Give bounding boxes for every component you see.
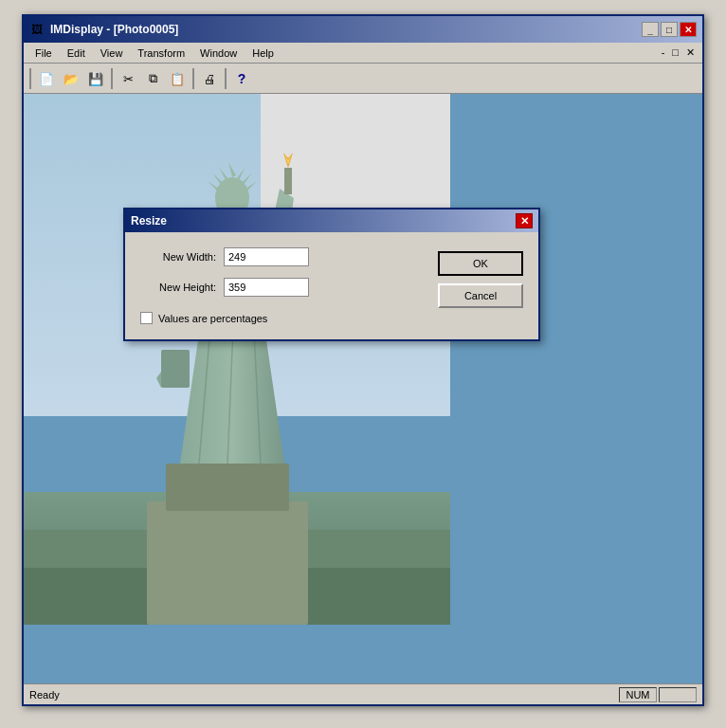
menu-restore[interactable]: □	[672, 46, 679, 59]
svg-rect-23	[284, 168, 292, 194]
window-close-button[interactable]: ✕	[680, 22, 697, 37]
height-row: New Height:	[140, 278, 423, 297]
help-button[interactable]	[230, 67, 253, 90]
resize-dialog: Resize ✕ New Width: New Height: Values	[123, 208, 540, 341]
svg-rect-6	[166, 464, 289, 511]
num-panel: NUM	[619, 687, 657, 702]
svg-rect-13	[161, 350, 190, 388]
percentages-label: Values are percentages	[158, 313, 267, 324]
print-icon	[204, 71, 216, 86]
window-title: IMDisplay - [Photo0005]	[50, 23, 178, 36]
status-bar: Ready NUM	[24, 683, 702, 704]
menu-bar: File Edit View Transform Window Help - □…	[24, 43, 702, 64]
toolbar-separator-4	[225, 68, 227, 89]
menu-edit[interactable]: Edit	[60, 46, 93, 61]
maximize-button[interactable]: □	[661, 22, 678, 37]
menu-help[interactable]: Help	[245, 46, 281, 61]
save-icon	[88, 71, 103, 86]
toolbar-separator-3	[192, 68, 194, 89]
photo-display	[24, 94, 450, 625]
width-field[interactable]	[224, 247, 309, 266]
menu-window[interactable]: Window	[192, 46, 245, 61]
help-icon	[238, 71, 246, 86]
percentages-row: Values are percentages	[140, 312, 423, 324]
cut-button[interactable]	[117, 67, 139, 90]
minimize-button[interactable]: _	[642, 22, 659, 37]
cut-icon	[123, 71, 134, 86]
extra-panel	[659, 687, 697, 702]
copy-icon	[149, 70, 157, 86]
dialog-title: Resize	[131, 214, 167, 228]
title-bar: 🖼 IMDisplay - [Photo0005] _ □ ✕	[24, 16, 702, 43]
paste-button[interactable]	[166, 67, 189, 90]
menu-minimize[interactable]: -	[662, 46, 665, 59]
status-text: Ready	[29, 689, 615, 701]
dialog-left: New Width: New Height: Values are percen…	[140, 247, 423, 324]
cancel-button[interactable]: Cancel	[438, 283, 523, 308]
paste-icon	[170, 71, 185, 86]
status-panels: NUM	[619, 687, 697, 702]
menu-file[interactable]: File	[27, 46, 60, 61]
dialog-title-bar: Resize ✕	[125, 209, 538, 232]
dialog-right: OK Cancel	[438, 247, 523, 324]
open-button[interactable]	[60, 67, 82, 90]
ok-button[interactable]: OK	[438, 251, 523, 276]
print-button[interactable]	[198, 67, 221, 90]
copy-button[interactable]	[141, 67, 164, 90]
app-icon: 🖼	[29, 22, 45, 37]
open-icon	[64, 71, 79, 86]
new-button[interactable]	[35, 67, 58, 90]
menu-view[interactable]: View	[93, 46, 131, 61]
menu-transform[interactable]: Transform	[130, 46, 192, 61]
menu-bar-right: - □ ✕	[662, 46, 699, 59]
dialog-close-button[interactable]: ✕	[516, 213, 533, 228]
toolbar	[24, 64, 702, 94]
width-label: New Width:	[140, 251, 216, 263]
width-row: New Width:	[140, 247, 423, 266]
height-label: New Height:	[140, 282, 216, 293]
toolbar-separator-1	[29, 68, 31, 89]
toolbar-separator-2	[111, 68, 113, 89]
save-button[interactable]	[84, 67, 107, 90]
menu-close[interactable]: ✕	[686, 46, 695, 59]
content-area: Resize ✕ New Width: New Height: Values	[24, 94, 702, 683]
dialog-body: New Width: New Height: Values are percen…	[125, 232, 538, 339]
height-field[interactable]	[224, 278, 309, 297]
new-icon	[39, 71, 54, 86]
percentages-checkbox[interactable]	[140, 312, 153, 324]
svg-rect-5	[147, 501, 308, 625]
title-bar-left: 🖼 IMDisplay - [Photo0005]	[29, 22, 178, 37]
app-window: 🖼 IMDisplay - [Photo0005] _ □ ✕ File Edi…	[22, 14, 704, 706]
title-bar-controls: _ □ ✕	[642, 22, 697, 37]
